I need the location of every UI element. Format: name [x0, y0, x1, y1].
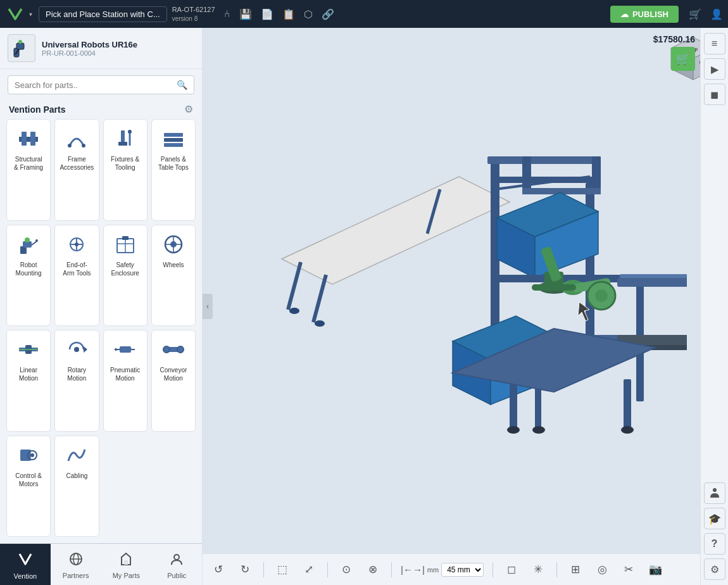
svg-rect-38 [120, 346, 131, 353]
svg-point-20 [35, 239, 38, 242]
help-icon: ? [712, 538, 718, 550]
explode-icon: ✳ [534, 563, 543, 576]
settings-icon: ⚙ [710, 563, 719, 576]
part-wheels[interactable]: Wheels [151, 225, 196, 327]
svg-point-91 [595, 289, 608, 302]
fixtures-tooling-label: Fixtures &Tooling [111, 155, 139, 172]
part-safety-enclosure[interactable]: SafetyEnclosure [103, 225, 147, 327]
parts-settings-icon[interactable]: ⚙ [184, 103, 193, 115]
part-control-motors[interactable]: Control &Motors [6, 436, 51, 538]
3d-scene[interactable] [203, 28, 728, 553]
svg-rect-1 [16, 43, 24, 49]
svg-point-47 [30, 453, 34, 457]
learn-icon: 🎓 [708, 513, 721, 525]
pneumatic-motion-label: PneumaticMotion [110, 366, 140, 382]
toolbar-sep-1 [263, 562, 264, 577]
help-button[interactable]: ? [704, 533, 725, 555]
share-icon[interactable]: 🔗 [322, 8, 334, 20]
search-bar: 🔍 [8, 75, 194, 94]
add-to-cart-button[interactable]: 🛒 [671, 47, 695, 71]
rotate-3d-button[interactable]: ⊙ [337, 560, 356, 579]
sidebar: Universal Robots UR16e PR-UR-001-0004 🔍 … [0, 28, 203, 585]
part-panels-tabletops[interactable]: Panels &Table Tops [151, 119, 196, 221]
part-end-of-arm[interactable]: End-of-Arm Tools [54, 225, 99, 327]
sidebar-collapse-handle[interactable]: ‹ [203, 294, 213, 319]
person-view-button[interactable] [704, 482, 725, 504]
bottom-nav: Vention Partners [0, 543, 202, 585]
bom-icon[interactable]: 📋 [282, 8, 295, 20]
main-area: Universal Robots UR16e PR-UR-001-0004 🔍 … [0, 28, 728, 585]
svg-rect-10 [118, 142, 127, 146]
part-linear-motion[interactable]: LinearMotion [6, 330, 51, 432]
nav-my-parts[interactable]: My Parts [101, 544, 152, 585]
cabling-label: Cabling [66, 472, 87, 480]
expand-button[interactable]: ⤢ [299, 560, 318, 579]
nav-my-parts-label: My Parts [113, 572, 140, 579]
learn-button[interactable]: 🎓 [704, 508, 725, 529]
redo-button[interactable]: ↻ [235, 560, 254, 579]
public-nav-icon [170, 552, 184, 569]
settings-button[interactable]: ⚙ [704, 558, 725, 580]
save-icon[interactable]: 💾 [239, 8, 252, 20]
expand-icon: ⤢ [304, 563, 313, 576]
svg-point-12 [128, 130, 132, 134]
robot-info: Universal Robots UR16e PR-UR-001-0004 [42, 40, 137, 57]
frame-accessories-label: FrameAccessories [60, 155, 94, 172]
svg-rect-96 [535, 386, 541, 430]
branch-icon[interactable]: ⑃ [224, 8, 230, 20]
bom-list-button[interactable]: ≡ [704, 33, 725, 54]
explode-button[interactable]: ✳ [529, 560, 548, 579]
orient-button[interactable]: ⊗ [363, 560, 382, 579]
logo-chevron[interactable]: ▾ [29, 11, 32, 18]
topbar-right-icons: 🛒 👤 [689, 8, 723, 20]
conveyor-motion-icon [160, 336, 187, 363]
part-frame-accessories[interactable]: FrameAccessories [54, 119, 99, 221]
svg-line-19 [32, 241, 37, 245]
cart-icon[interactable]: 🛒 [689, 8, 701, 20]
part-structural-framing[interactable]: Structural& Framing [6, 119, 51, 221]
canvas-3d[interactable]: Top Front Right [203, 28, 728, 553]
project-title-button[interactable]: Pick and Place Station with C... [39, 6, 167, 22]
part-conveyor-motion[interactable]: ConveyorMotion [151, 330, 196, 432]
canvas-area: ‹ [203, 28, 728, 585]
nav-vention[interactable]: Vention [0, 544, 51, 585]
nav-partners[interactable]: Partners [51, 544, 101, 585]
screenshot-button[interactable]: 📷 [646, 560, 665, 579]
target-button[interactable]: ◎ [593, 560, 612, 579]
vention-logo[interactable] [5, 4, 25, 24]
document-icon[interactable]: 📄 [261, 8, 273, 20]
toolbar-sep-5 [556, 562, 557, 577]
unit-dropdown[interactable]: 45 mm 90 mm 1 in [441, 563, 484, 577]
play-button[interactable]: ▶ [704, 58, 725, 80]
hierarchy-button[interactable]: ⊞ [566, 560, 585, 579]
undo-button[interactable]: ↺ [209, 560, 228, 579]
svg-point-59 [289, 308, 299, 314]
part-fixtures-tooling[interactable]: Fixtures &Tooling [103, 119, 147, 221]
svg-point-101 [621, 426, 634, 434]
publish-button[interactable]: ☁ PUBLISH [610, 6, 679, 23]
box3d-icon: ◻ [507, 563, 516, 576]
svg-point-41 [115, 348, 117, 351]
robot-header: Universal Robots UR16e PR-UR-001-0004 [0, 28, 202, 69]
stop-button[interactable]: ◼ [704, 84, 725, 105]
stop-icon: ◼ [710, 89, 719, 101]
nav-public[interactable]: Public [151, 544, 202, 585]
cut-button[interactable]: ✂ [619, 560, 638, 579]
svg-point-53 [174, 555, 179, 560]
svg-rect-76 [617, 278, 687, 287]
frame-select-button[interactable]: ⬚ [273, 560, 292, 579]
part-pneumatic-motion[interactable]: PneumaticMotion [103, 330, 147, 432]
part-robot-mounting[interactable]: RobotMounting [6, 225, 51, 327]
svg-rect-95 [510, 379, 517, 430]
box3d-button[interactable]: ◻ [502, 560, 521, 579]
search-input[interactable] [15, 80, 173, 90]
svg-point-18 [25, 237, 30, 242]
bottom-toolbar: ↺ ↻ ⬚ ⤢ ⊙ ⊗ |←→| mm [203, 553, 728, 585]
nav-vention-label: Vention [14, 572, 37, 580]
user-icon[interactable]: 👤 [710, 8, 723, 20]
part-rotary-motion[interactable]: RotaryMotion [54, 330, 99, 432]
cube-icon[interactable]: ⬡ [304, 8, 313, 20]
part-cabling[interactable]: Cabling [54, 436, 99, 538]
parts-section-title: Vention Parts [9, 104, 65, 115]
svg-rect-54 [244, 94, 687, 487]
